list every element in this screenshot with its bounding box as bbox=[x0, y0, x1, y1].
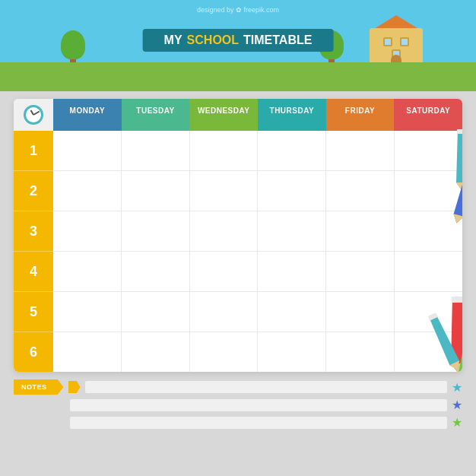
clock-cell bbox=[14, 99, 53, 131]
cell-6-4[interactable] bbox=[258, 332, 326, 372]
cell-4-1[interactable] bbox=[53, 252, 122, 291]
star-2: ★ bbox=[452, 398, 462, 412]
day-cell-saturday: SATURDAY bbox=[394, 99, 462, 131]
school-building bbox=[362, 13, 430, 70]
row-num-1: 1 bbox=[14, 131, 53, 171]
cell-3-4[interactable] bbox=[258, 211, 326, 251]
day-cell-friday: FRIDAY bbox=[326, 99, 395, 131]
cell-5-6[interactable] bbox=[395, 292, 462, 332]
cell-2-1[interactable] bbox=[53, 171, 122, 211]
grid-cells bbox=[53, 131, 462, 372]
cell-2-2[interactable] bbox=[122, 171, 190, 211]
cell-6-1[interactable] bbox=[53, 332, 122, 372]
notes-label: NOTES bbox=[14, 379, 64, 395]
cell-2-6[interactable] bbox=[395, 171, 462, 211]
cell-5-4[interactable] bbox=[258, 292, 326, 332]
tree-top-left bbox=[61, 30, 85, 59]
grid-row-1 bbox=[53, 131, 462, 171]
building-window-2 bbox=[400, 37, 409, 46]
row-num-3: 3 bbox=[14, 211, 53, 252]
day-cell-monday: MONDAY bbox=[53, 99, 122, 131]
cell-2-5[interactable] bbox=[326, 171, 395, 211]
notes-row-1: NOTES ★ bbox=[14, 379, 462, 395]
grid-row-3 bbox=[53, 211, 462, 252]
cell-4-3[interactable] bbox=[190, 252, 259, 291]
cell-3-2[interactable] bbox=[122, 211, 190, 251]
cell-4-2[interactable] bbox=[122, 252, 190, 291]
notes-row-3: ★ bbox=[14, 415, 462, 430]
cell-1-2[interactable] bbox=[122, 131, 190, 170]
cell-1-1[interactable] bbox=[53, 131, 122, 170]
notes-line-2[interactable] bbox=[70, 399, 447, 411]
cell-6-2[interactable] bbox=[122, 332, 190, 372]
star-1: ★ bbox=[452, 380, 462, 395]
cell-1-4[interactable] bbox=[258, 131, 326, 170]
cell-5-5[interactable] bbox=[326, 292, 395, 332]
header-title-band: MY SCHOOL TIMETABLE bbox=[143, 29, 334, 52]
cell-5-2[interactable] bbox=[122, 292, 190, 332]
title-my: MY bbox=[164, 33, 182, 47]
notes-section: NOTES ★ ★ ★ bbox=[14, 379, 462, 430]
cell-2-3[interactable] bbox=[190, 171, 259, 211]
clock-hand-minute bbox=[33, 111, 40, 116]
cell-3-6[interactable] bbox=[395, 211, 462, 251]
day-cell-wednesday: WEDNESDAY bbox=[189, 99, 258, 131]
cell-6-6[interactable] bbox=[395, 332, 462, 372]
title-timetable: TIMETABLE bbox=[243, 33, 312, 47]
title-school: SCHOOL bbox=[187, 33, 239, 47]
row-num-4: 4 bbox=[14, 252, 53, 292]
header-ground bbox=[0, 62, 476, 91]
grid-body: 1 2 3 4 5 6 bbox=[14, 131, 462, 372]
header-banner: designed by ✿ freepik.com MY SCHOOL TIME… bbox=[0, 0, 476, 91]
outer-wrapper: designed by ✿ freepik.com MY SCHOOL TIME… bbox=[0, 0, 476, 476]
timetable-card: MONDAY TUESDAY WEDNESDAY THURSDAY FRIDAY… bbox=[14, 99, 462, 372]
cell-3-1[interactable] bbox=[53, 211, 122, 251]
cell-1-3[interactable] bbox=[190, 131, 259, 170]
star-3: ★ bbox=[452, 415, 462, 430]
building-window-1 bbox=[383, 37, 392, 46]
day-cell-thursday: THURSDAY bbox=[258, 99, 326, 131]
watermark: designed by ✿ freepik.com bbox=[197, 6, 279, 14]
notes-row-2: ★ bbox=[14, 398, 462, 412]
grid-row-2 bbox=[53, 171, 462, 211]
row-num-6: 6 bbox=[14, 332, 53, 372]
cell-6-5[interactable] bbox=[326, 332, 395, 372]
row-numbers: 1 2 3 4 5 6 bbox=[14, 131, 53, 372]
cell-4-6[interactable] bbox=[395, 252, 462, 291]
notes-line-3[interactable] bbox=[70, 417, 447, 429]
cell-4-4[interactable] bbox=[258, 252, 326, 291]
grid-row-5 bbox=[53, 292, 462, 332]
cell-5-1[interactable] bbox=[53, 292, 122, 332]
cell-4-5[interactable] bbox=[326, 252, 395, 291]
notes-arrow bbox=[68, 381, 81, 393]
day-cell-tuesday: TUESDAY bbox=[122, 99, 190, 131]
cell-1-6[interactable] bbox=[395, 131, 462, 170]
cell-3-5[interactable] bbox=[326, 211, 395, 251]
cell-6-3[interactable] bbox=[190, 332, 259, 372]
grid-row-6 bbox=[53, 332, 462, 372]
clock-icon bbox=[24, 105, 43, 125]
cell-1-5[interactable] bbox=[326, 131, 395, 170]
cell-5-3[interactable] bbox=[190, 292, 259, 332]
grid-row-4 bbox=[53, 252, 462, 292]
notes-line-1[interactable] bbox=[85, 381, 447, 393]
cell-3-3[interactable] bbox=[190, 211, 259, 251]
row-num-5: 5 bbox=[14, 292, 53, 332]
day-header-row: MONDAY TUESDAY WEDNESDAY THURSDAY FRIDAY… bbox=[14, 99, 462, 131]
row-num-2: 2 bbox=[14, 171, 53, 211]
cell-2-4[interactable] bbox=[258, 171, 326, 211]
